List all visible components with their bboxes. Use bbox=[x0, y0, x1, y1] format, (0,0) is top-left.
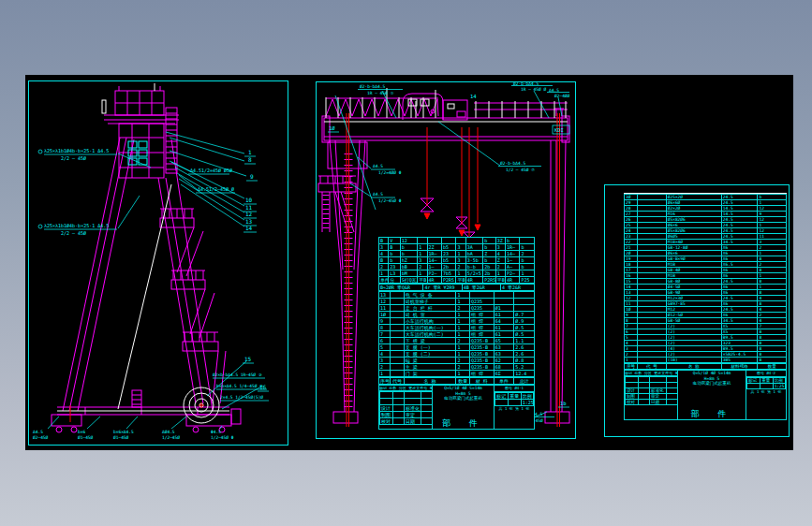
table-cell: Ø.7 bbox=[514, 312, 535, 318]
weld-label: λ25×λ1b1Ø4b·b×25·1 Δ4.5 bbox=[44, 148, 109, 153]
table-cell bbox=[465, 238, 483, 244]
table-cell: 组 焊 bbox=[469, 325, 494, 331]
table-cell: 大车运行机构(一) bbox=[404, 325, 456, 331]
table-cell: 12 bbox=[400, 238, 418, 244]
table-cell: 名 称 bbox=[404, 378, 456, 385]
table-cell: Q235·B bbox=[469, 364, 494, 371]
drawing-title: 部 件 bbox=[433, 417, 494, 429]
table-cell: 2 bbox=[379, 264, 389, 270]
table-cell bbox=[421, 392, 433, 399]
table-cell bbox=[380, 399, 393, 405]
weld-label: Δ4.5 bbox=[373, 164, 383, 168]
signature-grid: 设计标准化制图审定校对日期 bbox=[625, 376, 678, 405]
table-cell: 14– bbox=[505, 251, 519, 257]
table-cell: 标准化 bbox=[650, 388, 667, 394]
table-cell: 11 bbox=[379, 305, 391, 312]
table-cell: 64 bbox=[494, 318, 514, 325]
table-cell: 数量 bbox=[758, 364, 787, 370]
table-cell: 1 bbox=[456, 371, 469, 377]
table-cell: b bbox=[483, 257, 495, 264]
weld-label: Ø1–45Ø bbox=[78, 435, 94, 440]
table-cell: 12.4 bbox=[514, 371, 535, 377]
table-cell: 材料规格 bbox=[721, 364, 758, 370]
table-cell: 组 焊 bbox=[469, 318, 494, 325]
table-cell: 日期 bbox=[650, 400, 667, 405]
table-cell: 2 bbox=[418, 264, 427, 270]
table-cell: b bbox=[389, 257, 400, 264]
table-cell: P25 bbox=[520, 277, 535, 284]
table-cell: 制图 bbox=[380, 412, 393, 418]
table-cell: 1 bbox=[456, 299, 469, 305]
table-cell: 平B bbox=[495, 277, 505, 284]
table-cell bbox=[405, 392, 421, 399]
centerline-marks bbox=[70, 402, 204, 422]
table-cell: 3 bbox=[495, 244, 505, 251]
table-cell bbox=[747, 384, 760, 389]
weld-label: Ø1–45Ø bbox=[113, 435, 129, 440]
front-view-panel: Ø2·b·bΔ4.5 1R – 45Ø ① Ø2·b·bΔ4.5 1R – 45… bbox=[316, 81, 576, 439]
table-cell: 3A bbox=[465, 244, 483, 251]
table-cell: 62 bbox=[494, 358, 514, 364]
table-cell: 序号 bbox=[625, 364, 638, 370]
table-cell: 校对 bbox=[626, 400, 639, 405]
table-cell: 14– bbox=[427, 257, 441, 264]
title-block: 标记 处数 分区 更改文件号 签名 日期 设计标准化制图审定校对日期 Q=5/1… bbox=[624, 370, 787, 420]
table-cell: 数量 bbox=[456, 378, 469, 385]
table-cell: 设计 bbox=[380, 405, 393, 412]
table-cell: 1:25 bbox=[521, 400, 533, 406]
table-cell: (1B) bbox=[666, 358, 721, 363]
bom-panel: 3ØØ25×2Ø24.5b29Ø6×6Ø24.5128Ø2×2Ø14.51227… bbox=[604, 184, 790, 437]
table-cell: b bbox=[520, 257, 535, 264]
table-cell bbox=[391, 331, 404, 338]
weld-label: 1/2–45Ø Ø bbox=[209, 186, 234, 192]
table-cell: 总计 bbox=[514, 378, 535, 385]
callout-number: 15 bbox=[244, 356, 252, 362]
weld-label: Ø2–45Ø bbox=[33, 435, 49, 440]
table-cell: Q235 bbox=[469, 299, 494, 305]
table-cell: 2 bbox=[456, 338, 469, 344]
table-cell: Z bbox=[495, 257, 505, 264]
weld-label: Δ4.5 bbox=[198, 186, 209, 192]
table-cell: 标记 bbox=[495, 393, 509, 400]
table-cell bbox=[514, 299, 535, 305]
table-cell: 1 bbox=[418, 251, 427, 257]
table-cell: 1– bbox=[427, 264, 441, 270]
table-cell bbox=[391, 358, 404, 364]
table-cell bbox=[391, 364, 404, 371]
table-cell: 组 焊 bbox=[469, 371, 494, 377]
table-cell: b bbox=[400, 244, 418, 251]
table-cell bbox=[456, 238, 465, 244]
table-cell: 61 bbox=[494, 331, 514, 338]
table-cell: 3·5b bbox=[465, 257, 483, 264]
table-cell: Ø1 bbox=[494, 305, 514, 312]
table-cell: 6Σ bbox=[494, 371, 514, 377]
table-cell bbox=[514, 305, 535, 312]
table-cell: 5 bbox=[379, 344, 391, 351]
table-cell bbox=[421, 412, 433, 418]
drawing-number: 图号 Ø4·1 bbox=[495, 386, 534, 392]
sheet-count: 共 1 张 第 1 张 bbox=[746, 389, 786, 395]
table-cell: b bbox=[520, 244, 535, 251]
weld-label: Ø2·b·bΔ4.5 bbox=[500, 161, 525, 166]
table-cell: 比例 bbox=[521, 393, 533, 400]
table-cell: 4 bbox=[495, 251, 505, 257]
table-cell: 1Ø bbox=[379, 312, 391, 318]
table-cell: 2 bbox=[379, 364, 391, 371]
table-cell: P2– bbox=[427, 270, 441, 277]
table-cell bbox=[391, 318, 404, 325]
table-cell: 1 bbox=[418, 244, 427, 251]
table-cell: 分 bbox=[389, 277, 400, 284]
ref-label: 1Ø bbox=[329, 125, 335, 131]
weld-label: λ25×λ1b1Ø4b·b×25·1 Δ4.5 bbox=[44, 223, 109, 228]
bom-table: 3ØØ25×2Ø24.5b29Ø6×6Ø24.5128Ø2×2Ø14.51227… bbox=[624, 193, 787, 420]
table-cell: bA bbox=[465, 251, 483, 257]
weld-label: 1/2=4ØØ Φ bbox=[378, 170, 402, 175]
title-block-center: Q=5/1Ø 4Ø S=14m H=8m 5 电动双梁门式起重机 部 件 bbox=[433, 386, 495, 429]
weld-label: 1/2=45Ø Ø5Ø bbox=[201, 168, 232, 173]
table-cell: 4 bbox=[379, 251, 389, 257]
table-cell: bB bbox=[400, 264, 418, 270]
table-cell: 4B 零2&R bbox=[462, 285, 500, 291]
table-cell: 1 bbox=[456, 270, 465, 277]
callout-number: 12 bbox=[245, 211, 253, 217]
bom-header: 序号代 号名 称材料规格数量 bbox=[624, 363, 787, 370]
